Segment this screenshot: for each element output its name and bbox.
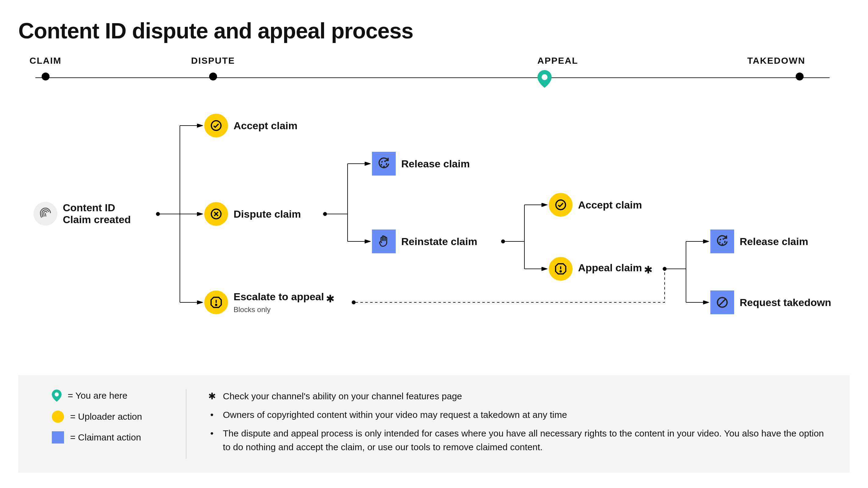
node-label: Content ID xyxy=(63,202,131,214)
node-label: Appeal claim xyxy=(578,262,642,273)
node-reinstate-claim: Reinstate claim xyxy=(372,230,477,253)
node-label: Release claim xyxy=(401,158,470,170)
timeline: CLAIM DISPUTE APPEAL TAKEDOWN xyxy=(34,56,831,86)
stage-label: DISPUTE xyxy=(191,56,235,66)
node-label: Release claim xyxy=(740,236,808,248)
svg-point-28 xyxy=(381,161,386,166)
check-circle-icon xyxy=(204,114,228,137)
bullet-icon: • xyxy=(208,426,216,454)
node-label: Dispute claim xyxy=(234,208,301,220)
legend-note-text: Owners of copyrighted content within you… xyxy=(223,408,567,422)
node-sublabel: Blocks only xyxy=(234,305,335,314)
stage-takedown: TAKEDOWN xyxy=(770,56,828,80)
node-label: Accept claim xyxy=(578,199,642,211)
node-label: Accept claim xyxy=(234,120,298,132)
svg-line-35 xyxy=(719,299,726,306)
legend-uploader: = Uploader action xyxy=(52,411,165,423)
stage-dot xyxy=(209,72,217,80)
stage-dot xyxy=(796,72,803,80)
legend-note: • The dispute and appeal process is only… xyxy=(208,426,828,454)
legend-keys: = You are here = Uploader action = Claim… xyxy=(52,389,165,444)
svg-point-7 xyxy=(323,212,327,216)
asterisk-icon: ✱ xyxy=(208,389,216,403)
bullet-icon: • xyxy=(208,408,216,422)
you-are-here-pin-icon xyxy=(537,70,552,88)
node-accept-claim-2: Accept claim xyxy=(549,193,642,217)
flow-diagram: Content ID Claim created Accept claim Di… xyxy=(21,101,850,339)
legend-note-star: ✱ Check your channel's ability on your c… xyxy=(208,389,828,403)
stage-dot xyxy=(41,72,50,80)
svg-point-32 xyxy=(560,271,561,272)
blue-square-icon xyxy=(52,431,64,444)
legend-notes: ✱ Check your channel's ability on your c… xyxy=(208,389,828,459)
node-release-claim: Release claim xyxy=(372,152,470,175)
legend-text: = Uploader action xyxy=(70,412,142,422)
legend-text: = You are here xyxy=(68,390,127,401)
legend-claimant: = Claimant action xyxy=(52,431,165,444)
legend-note: • Owners of copyrighted content within y… xyxy=(208,408,828,422)
fingerprint-icon xyxy=(34,202,57,226)
svg-point-0 xyxy=(542,74,548,80)
timeline-line xyxy=(35,77,830,78)
legend-note-text: Check your channel's ability on your cha… xyxy=(223,389,462,403)
stage-label: CLAIM xyxy=(30,56,62,66)
node-label: Request takedown xyxy=(740,297,831,308)
node-release-claim-2: Release claim xyxy=(710,230,808,253)
page-title: Content ID dispute and appeal process xyxy=(18,18,850,43)
stage-label: APPEAL xyxy=(537,56,578,66)
warning-octagon-icon xyxy=(204,291,228,314)
node-accept-claim: Accept claim xyxy=(204,114,298,137)
svg-point-36 xyxy=(55,392,59,396)
svg-point-27 xyxy=(216,304,217,305)
stage-claim: CLAIM xyxy=(30,56,62,80)
node-claim-created: Content ID Claim created xyxy=(34,202,131,226)
map-pin-icon xyxy=(52,389,62,402)
legend: = You are here = Uploader action = Claim… xyxy=(18,375,850,473)
stage-label: TAKEDOWN xyxy=(747,56,805,66)
release-icon xyxy=(372,152,396,175)
hand-stop-icon xyxy=(372,230,396,253)
legend-divider xyxy=(186,389,186,459)
stage-appeal: APPEAL xyxy=(537,56,578,89)
asterisk-icon: ✱ xyxy=(326,293,335,304)
node-appeal-claim: Appeal claim✱ xyxy=(549,257,652,281)
release-icon xyxy=(710,230,734,253)
node-label: Claim created xyxy=(63,214,131,226)
node-label: Escalate to appeal xyxy=(234,291,324,302)
yellow-dot-icon xyxy=(52,411,64,423)
warning-octagon-icon xyxy=(549,257,572,281)
legend-you-are-here: = You are here xyxy=(52,389,165,402)
check-circle-icon xyxy=(549,193,572,217)
stage-dispute: DISPUTE xyxy=(191,56,235,80)
svg-point-33 xyxy=(719,239,725,244)
node-request-takedown: Request takedown xyxy=(710,291,831,314)
legend-note-text: The dispute and appeal process is only i… xyxy=(223,426,828,454)
svg-point-22 xyxy=(352,300,355,304)
prohibited-icon xyxy=(710,291,734,314)
svg-point-12 xyxy=(501,239,505,243)
svg-point-17 xyxy=(663,267,666,271)
node-label: Reinstate claim xyxy=(401,236,477,248)
legend-text: = Claimant action xyxy=(70,432,141,443)
x-circle-icon xyxy=(204,202,228,226)
svg-point-1 xyxy=(156,212,160,216)
asterisk-icon: ✱ xyxy=(644,264,652,275)
node-escalate-appeal: Escalate to appeal✱ Blocks only xyxy=(204,291,335,314)
node-dispute-claim: Dispute claim xyxy=(204,202,301,226)
